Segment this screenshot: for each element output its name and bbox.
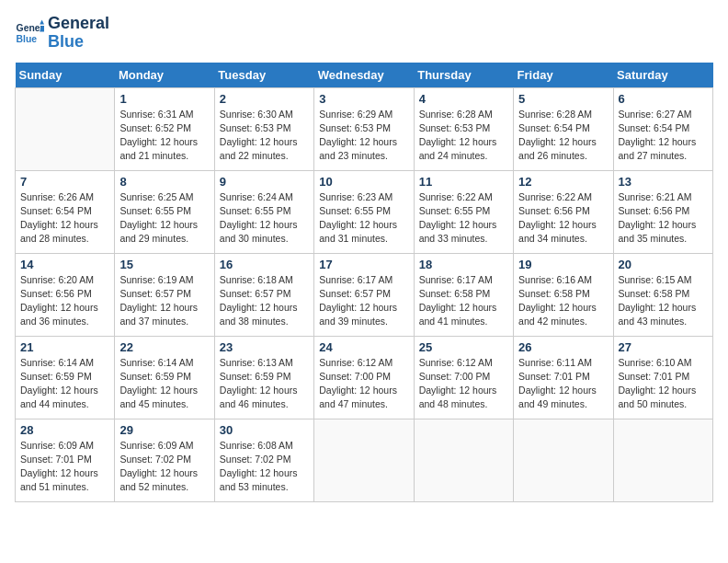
day-info: Sunrise: 6:20 AM Sunset: 6:56 PM Dayligh… — [20, 273, 109, 329]
day-info: Sunrise: 6:17 AM Sunset: 6:57 PM Dayligh… — [319, 273, 408, 329]
day-info: Sunrise: 6:21 AM Sunset: 6:56 PM Dayligh… — [619, 190, 708, 247]
calendar-table: SundayMondayTuesdayWednesdayThursdayFrid… — [15, 63, 713, 502]
day-info: Sunrise: 6:22 AM Sunset: 6:56 PM Dayligh… — [518, 190, 608, 247]
day-number: 11 — [419, 175, 508, 189]
day-number: 2 — [220, 92, 309, 106]
calendar-cell: 9Sunrise: 6:24 AM Sunset: 6:55 PM Daylig… — [214, 170, 313, 253]
day-info: Sunrise: 6:27 AM Sunset: 6:54 PM Dayligh… — [619, 108, 708, 164]
day-number: 6 — [619, 92, 708, 106]
logo-text: General Blue — [48, 15, 109, 52]
day-number: 29 — [119, 423, 209, 437]
day-info: Sunrise: 6:14 AM Sunset: 6:59 PM Dayligh… — [20, 356, 109, 412]
weekday-header: Sunday — [16, 63, 115, 88]
calendar-cell: 25Sunrise: 6:12 AM Sunset: 7:00 PM Dayli… — [414, 336, 513, 419]
day-info: Sunrise: 6:09 AM Sunset: 7:01 PM Dayligh… — [20, 439, 109, 495]
day-number: 24 — [319, 340, 408, 354]
day-info: Sunrise: 6:31 AM Sunset: 6:52 PM Dayligh… — [119, 108, 209, 164]
day-number: 9 — [220, 175, 309, 189]
calendar-cell — [414, 419, 513, 501]
day-number: 4 — [419, 92, 508, 106]
calendar-cell: 20Sunrise: 6:15 AM Sunset: 6:58 PM Dayli… — [613, 253, 712, 336]
day-number: 5 — [518, 92, 608, 106]
calendar-cell: 2Sunrise: 6:30 AM Sunset: 6:53 PM Daylig… — [214, 87, 313, 170]
day-number: 30 — [220, 423, 309, 437]
day-info: Sunrise: 6:30 AM Sunset: 6:53 PM Dayligh… — [220, 108, 309, 164]
calendar-cell: 6Sunrise: 6:27 AM Sunset: 6:54 PM Daylig… — [613, 87, 712, 170]
day-info: Sunrise: 6:09 AM Sunset: 7:02 PM Dayligh… — [119, 439, 209, 495]
calendar-cell: 19Sunrise: 6:16 AM Sunset: 6:58 PM Dayli… — [514, 253, 613, 336]
day-number: 3 — [319, 92, 408, 106]
calendar-cell — [16, 87, 115, 170]
logo-icon: General Blue — [15, 18, 44, 48]
day-info: Sunrise: 6:10 AM Sunset: 7:01 PM Dayligh… — [619, 356, 708, 412]
day-number: 27 — [619, 340, 708, 354]
calendar-cell: 8Sunrise: 6:25 AM Sunset: 6:55 PM Daylig… — [115, 170, 214, 253]
calendar-cell — [514, 419, 613, 501]
day-number: 28 — [20, 423, 109, 437]
weekday-header: Thursday — [414, 63, 513, 88]
calendar-cell: 27Sunrise: 6:10 AM Sunset: 7:01 PM Dayli… — [613, 336, 712, 419]
svg-marker-2 — [40, 19, 44, 24]
day-number: 7 — [20, 175, 109, 189]
weekday-header: Saturday — [613, 63, 712, 88]
calendar-cell: 24Sunrise: 6:12 AM Sunset: 7:00 PM Dayli… — [314, 336, 414, 419]
day-info: Sunrise: 6:11 AM Sunset: 7:01 PM Dayligh… — [518, 356, 608, 412]
day-number: 10 — [319, 175, 408, 189]
day-number: 21 — [20, 340, 109, 354]
calendar-cell: 16Sunrise: 6:18 AM Sunset: 6:57 PM Dayli… — [214, 253, 313, 336]
day-info: Sunrise: 6:23 AM Sunset: 6:55 PM Dayligh… — [319, 190, 408, 247]
calendar-body: 1Sunrise: 6:31 AM Sunset: 6:52 PM Daylig… — [16, 87, 713, 501]
weekday-header: Tuesday — [214, 63, 313, 88]
calendar-cell: 13Sunrise: 6:21 AM Sunset: 6:56 PM Dayli… — [613, 170, 712, 253]
svg-text:Blue: Blue — [17, 33, 38, 43]
day-number: 16 — [220, 258, 309, 271]
day-number: 26 — [518, 340, 608, 354]
day-info: Sunrise: 6:08 AM Sunset: 7:02 PM Dayligh… — [220, 439, 309, 495]
calendar-week-row: 7Sunrise: 6:26 AM Sunset: 6:54 PM Daylig… — [16, 170, 713, 253]
day-info: Sunrise: 6:19 AM Sunset: 6:57 PM Dayligh… — [119, 273, 209, 329]
calendar-week-row: 1Sunrise: 6:31 AM Sunset: 6:52 PM Daylig… — [16, 87, 713, 170]
day-number: 20 — [619, 258, 708, 271]
calendar-cell: 14Sunrise: 6:20 AM Sunset: 6:56 PM Dayli… — [16, 253, 115, 336]
svg-text:General: General — [17, 23, 44, 33]
calendar-cell — [613, 419, 712, 501]
calendar-cell: 22Sunrise: 6:14 AM Sunset: 6:59 PM Dayli… — [115, 336, 214, 419]
day-number: 1 — [119, 92, 209, 106]
day-number: 18 — [419, 258, 508, 271]
calendar-cell: 15Sunrise: 6:19 AM Sunset: 6:57 PM Dayli… — [115, 253, 214, 336]
day-info: Sunrise: 6:15 AM Sunset: 6:58 PM Dayligh… — [619, 273, 708, 329]
day-number: 12 — [518, 175, 608, 189]
calendar-cell: 5Sunrise: 6:28 AM Sunset: 6:54 PM Daylig… — [514, 87, 613, 170]
day-number: 14 — [20, 258, 109, 271]
day-info: Sunrise: 6:18 AM Sunset: 6:57 PM Dayligh… — [220, 273, 309, 329]
day-info: Sunrise: 6:24 AM Sunset: 6:55 PM Dayligh… — [220, 190, 309, 247]
calendar-cell: 1Sunrise: 6:31 AM Sunset: 6:52 PM Daylig… — [115, 87, 214, 170]
day-info: Sunrise: 6:22 AM Sunset: 6:55 PM Dayligh… — [419, 190, 508, 247]
day-info: Sunrise: 6:26 AM Sunset: 6:54 PM Dayligh… — [20, 190, 109, 247]
day-info: Sunrise: 6:25 AM Sunset: 6:55 PM Dayligh… — [119, 190, 209, 247]
day-info: Sunrise: 6:29 AM Sunset: 6:53 PM Dayligh… — [319, 108, 408, 164]
day-number: 22 — [119, 340, 209, 354]
day-number: 19 — [518, 258, 608, 271]
calendar-cell: 26Sunrise: 6:11 AM Sunset: 7:01 PM Dayli… — [514, 336, 613, 419]
day-info: Sunrise: 6:13 AM Sunset: 6:59 PM Dayligh… — [220, 356, 309, 412]
calendar-cell: 28Sunrise: 6:09 AM Sunset: 7:01 PM Dayli… — [16, 419, 115, 501]
calendar-cell: 10Sunrise: 6:23 AM Sunset: 6:55 PM Dayli… — [314, 170, 414, 253]
day-info: Sunrise: 6:12 AM Sunset: 7:00 PM Dayligh… — [319, 356, 408, 412]
calendar-cell: 17Sunrise: 6:17 AM Sunset: 6:57 PM Dayli… — [314, 253, 414, 336]
logo: General Blue General Blue — [15, 15, 109, 52]
calendar-header-row: SundayMondayTuesdayWednesdayThursdayFrid… — [16, 63, 713, 88]
calendar-cell: 7Sunrise: 6:26 AM Sunset: 6:54 PM Daylig… — [16, 170, 115, 253]
weekday-header: Wednesday — [314, 63, 414, 88]
calendar-cell: 21Sunrise: 6:14 AM Sunset: 6:59 PM Dayli… — [16, 336, 115, 419]
day-info: Sunrise: 6:12 AM Sunset: 7:00 PM Dayligh… — [419, 356, 508, 412]
day-info: Sunrise: 6:28 AM Sunset: 6:54 PM Dayligh… — [518, 108, 608, 164]
weekday-header: Friday — [514, 63, 613, 88]
calendar-cell: 12Sunrise: 6:22 AM Sunset: 6:56 PM Dayli… — [514, 170, 613, 253]
day-number: 17 — [319, 258, 408, 271]
calendar-cell: 11Sunrise: 6:22 AM Sunset: 6:55 PM Dayli… — [414, 170, 513, 253]
day-number: 23 — [220, 340, 309, 354]
calendar-cell: 4Sunrise: 6:28 AM Sunset: 6:53 PM Daylig… — [414, 87, 513, 170]
page-header: General Blue General Blue — [15, 15, 713, 52]
day-number: 25 — [419, 340, 508, 354]
